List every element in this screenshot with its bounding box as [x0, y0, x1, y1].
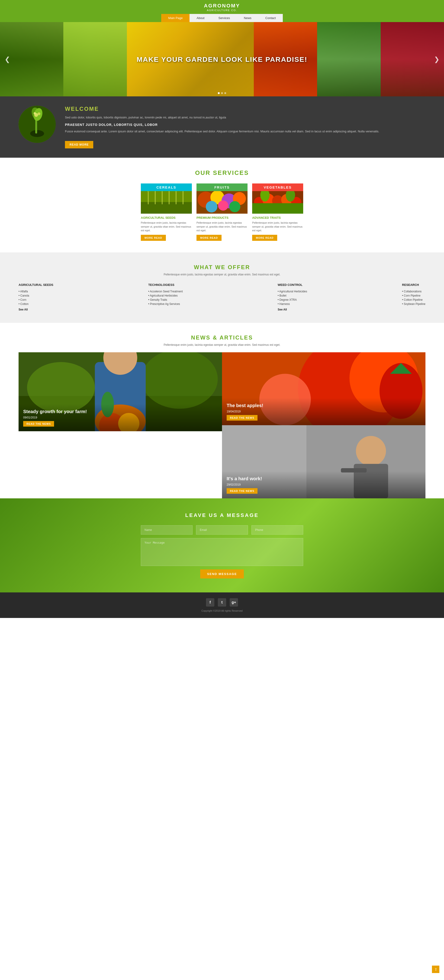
news-card-farm: Steady growth for your farm! 09/01/2019 …: [19, 352, 222, 431]
news-farm-read-button[interactable]: READ THE NEWS: [23, 421, 54, 426]
offer-col-seeds: AGRICULTURAL SEEDS Alfalfa Canola Corn C…: [19, 283, 53, 311]
nav-about[interactable]: About: [190, 14, 211, 22]
welcome-sub-heading: PRAESENT JUSTO DOLOR, LOBORTIS QUIS, LOB…: [65, 123, 379, 127]
services-grid: CEREALS AGRICULTURAL SEEDS Pellentesque …: [19, 183, 425, 241]
news-small-column: The best apples! 19/04/2019 READ THE NEW…: [222, 352, 425, 498]
service-fruits-image: FRUITS: [197, 183, 247, 214]
service-cereals-sub: AGRICULTURAL SEEDS: [141, 216, 192, 220]
welcome-read-more-button[interactable]: READ MORE: [65, 141, 93, 148]
service-fruits-more-button[interactable]: MORE READ: [197, 235, 222, 241]
hero-dot-3[interactable]: [224, 92, 226, 94]
contact-phone-input[interactable]: [252, 525, 303, 535]
news-apple-read-button[interactable]: READ THE NEWS: [227, 415, 257, 420]
offer-col-weed: WEED CONTROL Agricultural Herbicides Bul…: [278, 283, 307, 311]
service-vegetables-sub: ADVANCED TRAITS: [252, 216, 303, 220]
svg-point-28: [218, 200, 228, 211]
news-desc: Pellentesque enim justo, lacinia egestas…: [19, 343, 425, 347]
offer-col-seeds-title: AGRICULTURAL SEEDS: [19, 283, 53, 286]
svg-point-58: [356, 436, 386, 466]
offer-item: Corn: [19, 298, 53, 302]
offer-section: WHAT WE OFFER Pellentesque enim justo, l…: [0, 253, 444, 323]
welcome-intro: Sed usto dolor, lobortis quis, lobortis …: [65, 115, 379, 120]
offer-col-tech-list: Acceleron Seed Treatment Agricultural He…: [148, 290, 183, 306]
service-cereals-desc: Pellentesque enim justo, lacinia egestas…: [141, 221, 192, 232]
service-vegetables-image: VEGETABLES: [252, 183, 303, 214]
service-vegetables-desc: Pellentesque enim justo, lacinia egestas…: [252, 221, 303, 232]
news-heading: NEWS & ARTICLES: [19, 334, 425, 341]
service-fruits-label: FRUITS: [197, 183, 247, 191]
offer-col-weed-title: WEED CONTROL: [278, 283, 307, 286]
offer-item: Genuity Traits: [148, 298, 183, 302]
news-work-date: 29/02/2019: [227, 483, 421, 486]
offer-col-tech: TECHNOLOGIESS Acceleron Seed Treatment A…: [148, 283, 183, 311]
news-work-read-button[interactable]: READ THE NEWS: [227, 488, 257, 494]
offer-item: Collaborations: [402, 290, 425, 294]
offer-item: Harness: [278, 302, 307, 306]
offer-item: Acceleron Seed Treatment: [148, 290, 183, 294]
hero-section: ❮ MAKE YOUR GARDEN LOOK LIKE PARADISE! ❯: [0, 22, 444, 96]
offer-item: Alfalfa: [19, 290, 53, 294]
offer-item: Cotton Pipeline: [402, 298, 425, 302]
service-vegetables-more-button[interactable]: MORE READ: [252, 235, 277, 241]
brand-sub: AGRICULTURE CO.: [0, 9, 444, 12]
contact-form: SEND MESSAGE: [141, 525, 303, 579]
footer: f t g+ Copyright ©2019 All rights Reserv…: [0, 592, 444, 618]
hero-dot-2[interactable]: [221, 92, 223, 94]
news-grid: Steady growth for your farm! 09/01/2019 …: [19, 352, 425, 498]
news-card-apple: The best apples! 19/04/2019 READ THE NEW…: [222, 352, 425, 425]
news-apple-date: 19/04/2019: [227, 410, 421, 413]
svg-point-27: [206, 201, 217, 213]
offer-item: Canola: [19, 294, 53, 298]
offer-weed-see-all[interactable]: See All: [278, 308, 307, 311]
hero-content: MAKE YOUR GARDEN LOOK LIKE PARADISE!: [136, 55, 308, 64]
twitter-icon[interactable]: t: [218, 598, 226, 606]
welcome-img-inner: [19, 106, 56, 143]
contact-email-input[interactable]: [196, 525, 248, 535]
footer-copyright: Copyright ©2019 All rights Reserved: [6, 609, 438, 612]
hero-title: MAKE YOUR GARDEN LOOK LIKE PARADISE!: [136, 55, 308, 64]
service-fruits: FRUITS PREMIUM PRODUCTS Pellentesque eni…: [197, 183, 247, 241]
hero-dot-1[interactable]: [218, 92, 220, 94]
main-nav: Main Page About Services News Contact: [0, 14, 444, 22]
hero-prev-arrow[interactable]: ❮: [2, 53, 12, 65]
nav-services[interactable]: Services: [211, 14, 237, 22]
service-cereals-image: CEREALS: [141, 183, 192, 214]
nav-main-page[interactable]: Main Page: [161, 14, 190, 22]
googleplus-icon[interactable]: g+: [230, 598, 238, 606]
news-farm-title: Steady growth for your farm!: [23, 409, 217, 415]
offer-item: Corn Pipeline: [402, 294, 425, 298]
offer-col-research: RESEARCH Collaborations Corn Pipeline Co…: [402, 283, 425, 311]
offer-seeds-see-all[interactable]: See All: [19, 308, 53, 311]
service-cereals-label: CEREALS: [141, 183, 192, 191]
svg-point-29: [229, 201, 240, 212]
news-card-work: It's a hard work! 29/02/2019 READ THE NE…: [222, 425, 425, 498]
nav-news[interactable]: News: [237, 14, 258, 22]
welcome-heading: WELCOME: [65, 106, 379, 112]
service-cereals-more-button[interactable]: MORE READ: [141, 235, 166, 241]
contact-heading: LEAVE US A MESSAGE: [19, 512, 425, 518]
service-vegetables: VEGETABLES ADVANCED TRAITS Pellentesque …: [252, 183, 303, 241]
offer-item: Degree XTRA: [278, 298, 307, 302]
brand-name: AGRONOMY: [0, 3, 444, 9]
news-work-title: It's a hard work!: [227, 476, 421, 482]
contact-name-input[interactable]: [141, 525, 192, 535]
contact-message-textarea[interactable]: [141, 538, 303, 566]
offer-item: Prescriptive Ag Services: [148, 302, 183, 306]
header: AGRONOMY AGRICULTURE CO. Main Page About…: [0, 0, 444, 22]
offer-item: Bullet: [278, 294, 307, 298]
offer-desc: Pellentesque enim justo, lacinia egestas…: [19, 273, 425, 276]
facebook-icon[interactable]: f: [206, 598, 214, 606]
svg-point-7: [33, 112, 36, 115]
service-fruits-sub: PREMIUM PRODUCTS: [197, 216, 247, 220]
hero-next-arrow[interactable]: ❯: [432, 53, 442, 65]
offer-col-research-title: RESEARCH: [402, 283, 425, 286]
contact-send-button[interactable]: SEND MESSAGE: [200, 570, 244, 579]
offer-col-seeds-list: Alfalfa Canola Corn Cotton: [19, 290, 53, 306]
nav-contact[interactable]: Contact: [258, 14, 283, 22]
services-heading: OUR SERVICES: [19, 169, 425, 177]
service-cereals: CEREALS AGRICULTURAL SEEDS Pellentesque …: [141, 183, 192, 241]
offer-col-weed-list: Agricultural Herbicides Bullet Degree XT…: [278, 290, 307, 306]
news-farm-overlay: Steady growth for your farm! 09/01/2019 …: [19, 404, 222, 431]
news-apple-title: The best apples!: [227, 402, 421, 409]
welcome-image: [19, 106, 56, 143]
